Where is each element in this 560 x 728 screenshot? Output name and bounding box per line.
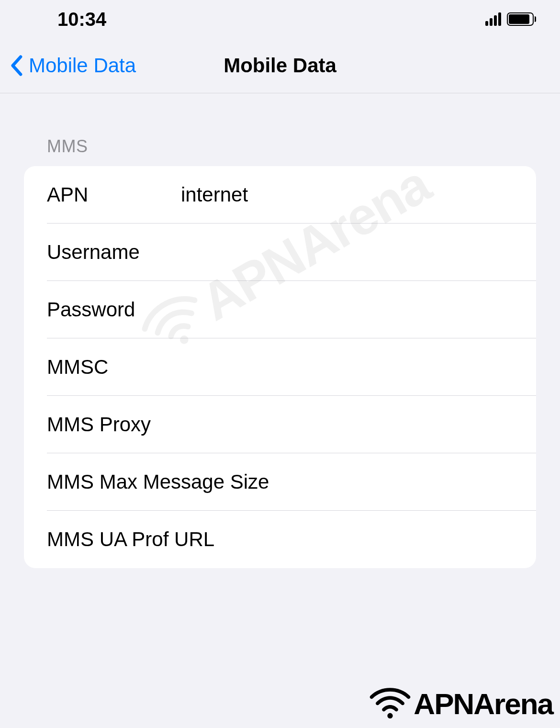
- mms-max-size-label: MMS Max Message Size: [47, 470, 269, 493]
- mms-ua-prof-label: MMS UA Prof URL: [47, 528, 214, 551]
- status-bar: 10:34: [0, 0, 560, 38]
- footer-logo: APNArena: [369, 687, 553, 721]
- section-header-mms: MMS: [24, 136, 536, 157]
- page-title: Mobile Data: [224, 54, 336, 77]
- mmsc-label: MMSC: [47, 356, 181, 379]
- password-row[interactable]: Password: [24, 281, 536, 338]
- navigation-bar: Mobile Data Mobile Data: [0, 38, 560, 93]
- settings-group-mms: APN internet Username Password MMSC MMS …: [24, 166, 536, 568]
- battery-icon: [507, 12, 536, 26]
- back-button-label: Mobile Data: [29, 54, 136, 77]
- apn-row[interactable]: APN internet: [24, 166, 536, 224]
- mms-ua-prof-row[interactable]: MMS UA Prof URL: [24, 511, 536, 568]
- mmsc-row[interactable]: MMSC: [24, 338, 536, 396]
- wifi-icon: [369, 687, 412, 721]
- mms-proxy-row[interactable]: MMS Proxy: [24, 396, 536, 453]
- username-row[interactable]: Username: [24, 224, 536, 281]
- apn-value[interactable]: internet: [181, 183, 536, 206]
- status-time: 10:34: [57, 9, 106, 30]
- back-button[interactable]: Mobile Data: [10, 54, 136, 77]
- footer-text: APNArena: [414, 687, 553, 721]
- content-area: MMS APN internet Username Password MMSC …: [0, 93, 560, 568]
- status-indicators: [485, 12, 536, 26]
- cellular-signal-icon: [485, 12, 501, 26]
- mms-max-size-row[interactable]: MMS Max Message Size: [24, 453, 536, 511]
- apn-label: APN: [47, 183, 181, 206]
- chevron-left-icon: [10, 55, 23, 76]
- username-label: Username: [47, 241, 181, 264]
- password-label: Password: [47, 298, 181, 321]
- mms-proxy-label: MMS Proxy: [47, 413, 181, 436]
